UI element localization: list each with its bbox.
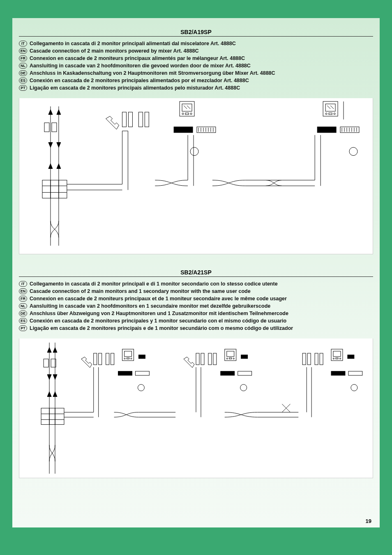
svg-rect-93 [135, 371, 149, 375]
svg-rect-101 [196, 353, 199, 365]
lang-text: Conexión en cascada de 2 monitores princ… [30, 78, 249, 83]
svg-line-26 [184, 106, 187, 109]
svg-rect-120 [315, 353, 318, 365]
lang-line-fr: FR Connexion en cascade de 2 moniteurs p… [19, 296, 373, 302]
svg-point-88 [124, 358, 125, 359]
svg-rect-121 [320, 353, 323, 365]
lang-badge: PT [19, 325, 27, 331]
svg-point-65 [349, 147, 357, 156]
svg-point-40 [190, 147, 198, 156]
lang-line-nl: NL Aansluiting in cascade van 2 hoofdmon… [19, 63, 373, 69]
lang-text: Aansluiting in cascade van 2 hoofdmonito… [30, 63, 251, 69]
lang-badge: NL [19, 63, 27, 69]
svg-marker-69 [47, 348, 51, 352]
svg-rect-4 [44, 123, 49, 132]
lang-line-de: DE Anschluss in Kaskadenschaltung von 2 … [19, 70, 373, 76]
svg-rect-31 [174, 127, 193, 133]
svg-point-126 [339, 358, 341, 359]
svg-marker-74 [53, 375, 57, 380]
svg-marker-76 [53, 392, 57, 397]
svg-point-130 [351, 385, 357, 391]
svg-rect-112 [238, 371, 252, 375]
lang-line-nl: NL Aansluiting in cascade van 2 hoofdmon… [19, 303, 373, 309]
lang-line-pt: PT Ligação em cascata de 2 monitores pri… [19, 325, 373, 331]
svg-rect-123 [333, 351, 341, 357]
svg-rect-77 [41, 408, 64, 425]
svg-rect-10 [42, 180, 67, 198]
page-number: 19 [366, 518, 371, 524]
lang-line-en: EN Cascade connection of 2 main monitors… [19, 48, 373, 54]
svg-rect-104 [213, 353, 217, 365]
svg-point-90 [131, 358, 132, 359]
svg-rect-129 [348, 371, 362, 375]
lang-line-de: DE Anschluss über Abzweigung von 2 Haupt… [19, 311, 373, 316]
lang-badge: ES [19, 78, 27, 83]
lang-text: Connexion en cascade de 2 moniteurs prin… [30, 55, 245, 61]
svg-point-107 [226, 358, 228, 359]
lang-badge: ES [19, 318, 27, 324]
svg-rect-106 [227, 351, 234, 357]
lang-line-es: ES Conexión en cascada de 2 monitores pr… [19, 318, 373, 324]
svg-rect-5 [52, 123, 57, 132]
lang-line-en: EN Cascade connection of 2 main monitors… [19, 288, 373, 294]
lang-text: Anschluss über Abzweigung von 2 Hauptmon… [30, 311, 288, 316]
svg-rect-110 [241, 355, 248, 359]
svg-rect-87 [125, 351, 132, 357]
lang-badge: EN [19, 48, 27, 54]
lang-text: Cascade connection of 2 main monitors an… [30, 288, 251, 294]
svg-rect-125 [336, 358, 338, 359]
svg-rect-25 [182, 104, 192, 111]
svg-point-55 [334, 113, 335, 115]
wiring-diagram-1 [19, 98, 373, 254]
lang-badge: EN [19, 288, 27, 294]
wiring-schematic-icon [19, 339, 373, 478]
lang-line-es: ES Conexión en cascada de 2 monitores pr… [19, 78, 373, 83]
lang-block-2: IT Collegamento in cascata di 2 monitor … [19, 281, 373, 331]
svg-point-109 [233, 358, 234, 359]
lang-text: Ligação em cascata de 2 monitores princi… [30, 85, 240, 91]
svg-point-30 [190, 113, 192, 115]
svg-rect-32 [197, 127, 216, 133]
lang-text: Ligação em cascata de 2 monitores princi… [30, 325, 293, 331]
lang-line-it: IT Collegamento in cascata di 2 monitor … [19, 281, 373, 287]
svg-rect-85 [111, 353, 114, 365]
svg-rect-127 [348, 355, 354, 359]
svg-rect-111 [221, 371, 235, 375]
svg-rect-54 [329, 113, 332, 115]
svg-rect-16 [128, 112, 132, 127]
lang-line-pt: PT Ligação em cascata de 2 monitores pri… [19, 85, 373, 91]
wiring-diagram-2 [19, 339, 373, 478]
svg-rect-92 [118, 371, 132, 375]
lang-line-fr: FR Connexion en cascade de 2 moniteurs p… [19, 55, 373, 61]
svg-rect-118 [302, 353, 306, 365]
wiring-schematic-icon [19, 98, 373, 254]
lang-text: Conexión en cascada de 2 monitores princ… [30, 318, 286, 324]
lang-text: Cascade connection of 2 main monitors po… [30, 48, 198, 54]
svg-line-51 [327, 106, 330, 109]
lang-text: Collegamento in cascata di 2 monitor pri… [30, 41, 236, 46]
svg-rect-50 [325, 104, 335, 111]
svg-marker-73 [47, 375, 51, 380]
svg-point-94 [138, 385, 144, 391]
svg-marker-7 [57, 143, 61, 147]
svg-point-53 [325, 113, 327, 115]
lang-text: Connexion en cascade de 2 moniteurs prin… [30, 296, 287, 302]
svg-marker-2 [48, 110, 53, 115]
lang-line-it: IT Collegamento in cascata di 2 monitor … [19, 41, 373, 46]
svg-rect-17 [138, 112, 143, 127]
svg-marker-75 [47, 392, 51, 397]
svg-rect-103 [208, 353, 212, 365]
svg-rect-29 [185, 113, 189, 115]
svg-rect-84 [106, 353, 109, 365]
svg-line-52 [330, 106, 334, 109]
svg-marker-3 [57, 110, 61, 115]
svg-point-113 [240, 385, 247, 391]
lang-badge: FR [19, 296, 27, 302]
svg-rect-57 [340, 127, 359, 133]
svg-rect-91 [138, 355, 145, 359]
lang-badge: DE [19, 311, 27, 316]
svg-rect-56 [317, 127, 336, 133]
svg-rect-15 [122, 112, 126, 127]
svg-point-28 [182, 113, 184, 115]
lang-badge: FR [19, 55, 27, 61]
